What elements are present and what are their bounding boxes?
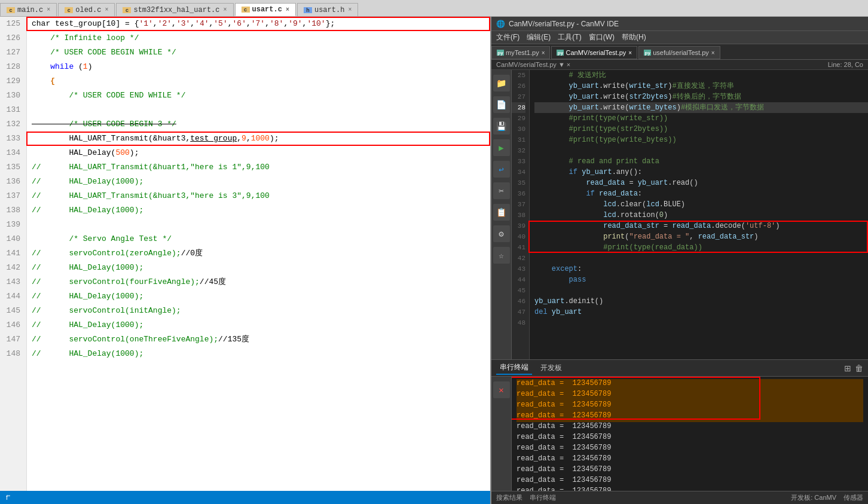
tab-hal-uart-c[interactable]: c stm32f1xx_hal_uart.c × [116, 3, 233, 16]
tab-usart-c[interactable]: c usart.c × [235, 3, 296, 16]
py-ln-32: 32 [512, 145, 525, 156]
ln-145: 145 [0, 304, 23, 318]
py-line-45 [534, 285, 868, 296]
terminal-line-5: read_data = 123456789 [516, 422, 863, 433]
settings-icon[interactable]: ⚙ [493, 225, 510, 242]
py-line-40: print("read_data = ", read_data_str) [534, 231, 868, 242]
code-line-143: // servoControl(fourFiveAngle);//45度 [32, 275, 490, 289]
bottom-sensor: 传感器 [843, 493, 863, 502]
code-line-137: // HAL_UART_Transmit(&huart3,"here is 3"… [32, 189, 490, 203]
ln-142: 142 [0, 261, 23, 275]
code-line-125: char test_group[10] = {'1','2','3','4','… [32, 17, 490, 31]
py-ln-43: 43 [512, 264, 525, 274]
terminal-tab-serial[interactable]: 串行终端 [496, 361, 532, 375]
terminal-line-11: read_data = 123456789 [516, 487, 863, 491]
terminal-section: 串行终端 开发板 ⊞ 🗑 ✕ read_data = 1 [491, 359, 868, 491]
right-panel: 🌐 CanMV/serialTest.py - CanMV IDE 文件(F) … [490, 17, 868, 504]
code-line-133: HAL_UART_Transmit(&huart3,test_group,9,1… [32, 132, 490, 146]
close-icon[interactable]: × [105, 7, 108, 13]
menu-window[interactable]: 窗口(W) [589, 32, 615, 42]
close-icon[interactable]: × [542, 50, 545, 56]
py-ln-38: 38 [512, 210, 525, 221]
code-line-146: // HAL_Delay(1000); [32, 318, 490, 332]
close-icon[interactable]: × [628, 50, 632, 56]
terminal-icon-toolbar: ✕ [491, 377, 512, 491]
py-editor-header: CanMV/serialTest.py ▼ × Line: 28, Co [491, 60, 868, 70]
py-line-41: #print(type(read_data)) [534, 242, 868, 253]
right-tab-useful-serial[interactable]: py useful/serialTest.py × [638, 46, 720, 59]
menu-file[interactable]: 文件(F) [496, 32, 519, 42]
tab-oled-c[interactable]: c oled.c × [58, 3, 115, 16]
ln-143: 143 [0, 275, 23, 289]
code-line-134: HAL_Delay(500); [32, 146, 490, 160]
h-file-icon: h [304, 7, 312, 13]
ln-148: 148 [0, 347, 23, 361]
terminal-run-icon[interactable]: ✕ [493, 381, 510, 398]
close-icon[interactable]: × [711, 50, 715, 56]
tab-bar: c main.c × c oled.c × c stm32f1xx_hal_ua… [0, 0, 868, 17]
terminal-line-6: read_data = 123456789 [516, 433, 863, 444]
file-icon[interactable]: 📄 [493, 96, 510, 113]
py-ln-28: 28 [512, 102, 525, 113]
python-code: 25 26 27 28 29 30 31 32 33 34 35 36 [512, 70, 868, 359]
close-icon[interactable]: × [47, 7, 50, 13]
c-file-icon: c [7, 7, 15, 13]
py-ln-29: 29 [512, 113, 525, 124]
main-layout: 125 126 127 128 129 130 131 132 133 134 … [0, 17, 868, 504]
close-icon[interactable]: × [286, 7, 289, 13]
py-ln-27: 27 [512, 91, 525, 102]
menu-tools[interactable]: 工具(T) [558, 32, 581, 42]
tab-main-c[interactable]: c main.c × [0, 3, 57, 16]
code-line-145: // servoControl(initAngle); [32, 304, 490, 318]
ln-144: 144 [0, 289, 23, 304]
close-icon[interactable]: × [224, 7, 227, 13]
right-menu-bar: 文件(F) 编辑(E) 工具(T) 窗口(W) 帮助(H) [491, 31, 868, 44]
ln-130: 130 [0, 88, 23, 103]
terminal-line-2: read_data = 123456789 [516, 390, 863, 401]
code-lines: char test_group[10] = {'1','2','3','4','… [27, 17, 490, 491]
menu-help[interactable]: 帮助(H) [622, 32, 646, 42]
terminal-line-9: read_data = 123456789 [516, 465, 863, 476]
ln-134: 134 [0, 146, 23, 160]
tab-usart-h[interactable]: h usart.h × [297, 3, 358, 16]
scissors-icon[interactable]: ✂ [493, 182, 510, 199]
code-line-147: // servoControl(oneThreeFiveAngle);//135… [32, 332, 490, 347]
debug-icon[interactable]: ↩ [493, 161, 510, 178]
py-ln-40: 40 [512, 231, 525, 242]
terminal-icons: ⊞ 🗑 [844, 364, 863, 373]
save-icon[interactable]: 💾 [493, 118, 510, 135]
ln-135: 135 [0, 160, 23, 175]
ln-139: 139 [0, 218, 23, 232]
folder-icon[interactable]: 📁 [493, 75, 510, 91]
py-line-26: yb_uart.write(write_str)#直接发送，字符串 [534, 81, 868, 91]
ln-146: 146 [0, 318, 23, 332]
close-icon[interactable]: × [348, 7, 352, 13]
bottom-search[interactable]: 搜索结果 [496, 493, 522, 502]
py-line-36: if read_data: [534, 188, 868, 199]
terminal-icon-1[interactable]: ⊞ [844, 364, 851, 373]
menu-edit[interactable]: 编辑(E) [527, 32, 551, 42]
py-ln-30: 30 [512, 124, 525, 135]
run-icon[interactable]: ▶ [493, 139, 510, 156]
py-ln-31: 31 [512, 135, 525, 145]
py-line-25: # 发送对比 [534, 70, 868, 81]
right-tab-canmv-serial[interactable]: py CanMV/serialTest.py × [551, 46, 637, 59]
copy-icon[interactable]: 📋 [493, 204, 510, 221]
code-line-135: // HAL_UART_Transmit(&huart1,"here is 1"… [32, 160, 490, 175]
tab-label: usart.h [314, 6, 344, 14]
right-tab-mytest1[interactable]: py myTest1.py × [491, 46, 550, 59]
ln-131: 131 [0, 103, 23, 117]
py-line-33: # read and print data [534, 156, 868, 167]
py-line-35: read_data = yb_uart.read() [534, 178, 868, 188]
ln-129: 129 [0, 74, 23, 88]
terminal-icon-2[interactable]: 🗑 [855, 364, 863, 373]
py-lines: # 发送对比 yb_uart.write(write_str)#直接发送，字符串… [530, 70, 868, 359]
star-icon[interactable]: ☆ [493, 247, 510, 264]
terminal-tab-board[interactable]: 开发板 [537, 362, 566, 374]
terminal-line-4: read_data = 123456789 [516, 411, 863, 422]
code-line-141: // servoControl(zeroAngle);//0度 [32, 246, 490, 261]
tab-label: main.c [17, 6, 43, 14]
py-line-27: yb_uart.write(str2bytes)#转换后的，字节数据 [534, 91, 868, 102]
terminal-body: ✕ read_data = 123456789 read_data = 1234… [491, 377, 868, 491]
bottom-terminal[interactable]: 串行终端 [530, 493, 556, 502]
